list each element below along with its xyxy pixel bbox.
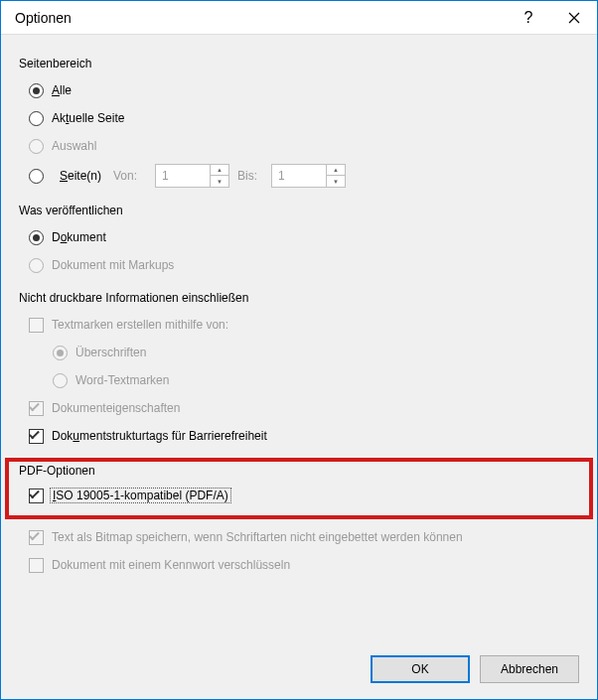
radio-label: Word-Textmarken [75, 373, 169, 387]
radio-label: Alle [52, 83, 72, 97]
dialog-title: Optionen [15, 10, 72, 26]
checkbox-icon [29, 401, 44, 416]
radio-icon [29, 111, 44, 126]
check-structtags[interactable]: Dokumentstrukturtags für Barrierefreihei… [19, 422, 579, 450]
checkbox-icon [29, 489, 44, 503]
from-spinner[interactable]: ▲ ▼ [155, 164, 229, 188]
check-iso-pdfa[interactable]: ISO 19005-1-kompatibel (PDF/A) [19, 482, 579, 509]
to-input[interactable] [272, 165, 326, 187]
radio-label: Überschriften [75, 346, 146, 359]
close-button[interactable] [551, 1, 597, 35]
radio-range-current[interactable]: Aktuelle Seite [19, 104, 579, 132]
checkbox-icon [29, 558, 44, 573]
to-label: Bis: [237, 169, 263, 183]
checkbox-icon [29, 429, 44, 444]
from-label: Von: [113, 169, 147, 183]
dialog-footer: OK Abbrechen [1, 643, 597, 699]
chevron-up-icon[interactable]: ▲ [211, 165, 228, 176]
radio-icon [29, 83, 44, 98]
radio-range-all[interactable]: Alle [19, 76, 579, 104]
radio-label: Dokument mit Markups [52, 258, 174, 272]
radio-label: Auswahl [52, 139, 96, 153]
radio-bookmarks-headings: Überschriften [19, 339, 579, 366]
radio-icon [29, 139, 44, 154]
check-encrypt: Dokument mit einem Kennwort verschlüssel… [19, 551, 579, 579]
checkbox-icon [29, 530, 44, 545]
group-label-nonprint: Nicht druckbare Informationen einschließ… [19, 291, 579, 305]
from-input[interactable] [156, 165, 210, 187]
options-dialog: Optionen ? Seitenbereich Alle Aktuelle S… [0, 0, 598, 700]
group-label-publish: Was veröffentlichen [19, 204, 579, 217]
radio-icon [53, 373, 68, 388]
help-icon: ? [524, 9, 533, 27]
check-bookmarks: Textmarken erstellen mithilfe von: [19, 311, 579, 339]
checkbox-icon [29, 318, 44, 333]
radio-icon [53, 346, 68, 360]
check-docprops: Dokumenteigenschaften [19, 394, 579, 422]
check-label: Dokumentstrukturtags für Barrierefreihei… [52, 429, 267, 443]
titlebar: Optionen ? [1, 1, 597, 35]
radio-publish-document[interactable]: Dokument [19, 223, 579, 251]
radio-publish-markups: Dokument mit Markups [19, 251, 579, 279]
group-label-pdfopts: PDF-Optionen [19, 464, 579, 478]
radio-icon [29, 258, 44, 273]
cancel-button[interactable]: Abbrechen [480, 655, 579, 683]
ok-button[interactable]: OK [371, 655, 470, 683]
radio-range-pages-row: Seite(n) Von: ▲ ▼ Bis: ▲ ▼ [19, 160, 579, 192]
help-button[interactable]: ? [506, 1, 551, 35]
close-icon [568, 12, 580, 24]
chevron-up-icon[interactable]: ▲ [327, 165, 345, 176]
check-label: Text als Bitmap speichern, wenn Schrifta… [52, 530, 463, 544]
pdf-options-highlight: PDF-Optionen ISO 19005-1-kompatibel (PDF… [5, 458, 593, 519]
check-label: Textmarken erstellen mithilfe von: [52, 318, 228, 332]
radio-label: Aktuelle Seite [52, 111, 124, 125]
radio-range-pages[interactable] [29, 169, 44, 184]
chevron-down-icon[interactable]: ▼ [327, 176, 345, 187]
radio-icon [29, 230, 44, 245]
check-label: Dokumenteigenschaften [52, 401, 180, 415]
radio-label: Seite(n) [60, 169, 101, 183]
radio-bookmarks-word: Word-Textmarken [19, 366, 579, 394]
check-bitmap-text: Text als Bitmap speichern, wenn Schrifta… [19, 523, 579, 551]
group-label-range: Seitenbereich [19, 57, 579, 70]
radio-range-selection: Auswahl [19, 132, 579, 160]
to-spinner[interactable]: ▲ ▼ [271, 164, 346, 188]
dialog-body: Seitenbereich Alle Aktuelle Seite Auswah… [1, 35, 597, 643]
check-label: Dokument mit einem Kennwort verschlüssel… [52, 558, 290, 572]
chevron-down-icon[interactable]: ▼ [211, 176, 228, 187]
radio-label: Dokument [52, 230, 106, 244]
check-label: ISO 19005-1-kompatibel (PDF/A) [50, 488, 231, 503]
